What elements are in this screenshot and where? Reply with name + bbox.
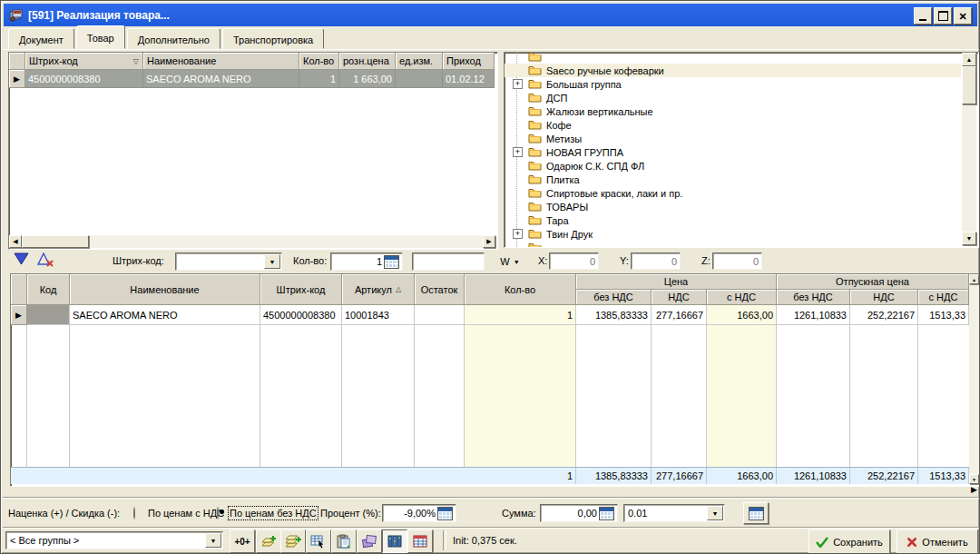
extra-input[interactable] xyxy=(412,252,485,271)
sum-calc-icon[interactable] xyxy=(599,507,614,520)
tab-dopolnitelno[interactable]: Дополнительно xyxy=(127,28,220,49)
maximize-button[interactable] xyxy=(934,7,952,25)
percent-calc-icon[interactable] xyxy=(437,507,453,520)
barcode-combo-dropdown[interactable]: ▼ xyxy=(264,254,280,269)
radio-with-vat[interactable] xyxy=(133,507,135,519)
cards-stack-button[interactable] xyxy=(357,529,382,553)
document-grid-row[interactable]: ▶4500000008380SAECO AROMA NERO11 663,000… xyxy=(9,70,495,88)
groups-filter-dropdown[interactable]: ▼ xyxy=(205,533,221,548)
expand-plus-icon[interactable]: + xyxy=(513,79,523,89)
tree-item[interactable]: Спиртовые краски, лаки и пр. xyxy=(505,186,961,200)
radio-with-vat-label[interactable]: По ценам с НДС xyxy=(148,508,224,519)
scroll-left-button[interactable]: ◀ xyxy=(9,235,22,248)
hscroll-thumb[interactable] xyxy=(22,235,89,248)
top-grid-header-3[interactable]: Кол-во xyxy=(299,53,339,70)
columns-button[interactable] xyxy=(382,529,407,553)
rounding-combo-dropdown[interactable]: ▼ xyxy=(707,506,723,520)
top-grid-cell[interactable]: 1 663,00 xyxy=(339,70,396,88)
w-dropdown-button[interactable]: W ▼ xyxy=(496,253,524,270)
tab-document[interactable]: Документ xyxy=(8,28,74,49)
clear-filter-icon[interactable] xyxy=(37,252,55,269)
cancel-button[interactable]: Отменить xyxy=(897,529,978,554)
main-grid-vscrollbar[interactable] xyxy=(969,274,979,484)
main-grid-cell[interactable]: 10001843 xyxy=(342,305,415,325)
tab-transportirovka[interactable]: Транспортировка xyxy=(222,28,324,49)
add-card-button[interactable] xyxy=(256,529,281,553)
tree-item[interactable]: ТОВАРЫ xyxy=(505,200,961,213)
qty-calc-icon[interactable] xyxy=(384,255,399,269)
tree-item[interactable]: Одарюк С.К. СПД ФЛ xyxy=(505,159,961,173)
tree-item[interactable]: Плитка xyxy=(505,173,961,186)
main-grid-cell[interactable]: 4500000008380 xyxy=(260,305,342,325)
grid-next-icon[interactable]: ▶ xyxy=(971,485,977,494)
separator-line xyxy=(3,497,979,499)
expand-plus-icon[interactable]: + xyxy=(513,147,523,157)
tab-bar: Документ Товар Дополнительно Транспортир… xyxy=(8,29,324,49)
folder-icon xyxy=(528,133,542,143)
tab-tovar[interactable]: Товар xyxy=(76,25,125,49)
radio-without-vat[interactable] xyxy=(217,507,219,519)
paste-button[interactable] xyxy=(331,529,357,553)
main-grid-cell[interactable]: 1 xyxy=(465,305,576,325)
main-grid-cell[interactable]: 277,16667 xyxy=(652,305,707,325)
top-grid-header-5[interactable]: ед.изм. xyxy=(396,53,443,70)
minimize-button[interactable] xyxy=(914,7,932,25)
add-cards-button[interactable] xyxy=(280,529,306,553)
groups-filter-combo[interactable]: < Все группы > ▼ xyxy=(5,531,223,549)
tree-item[interactable] xyxy=(505,52,961,64)
calculate-button[interactable] xyxy=(743,502,769,524)
radio-without-vat-label[interactable]: По ценам без НДС xyxy=(230,508,317,519)
folder-icon xyxy=(528,173,542,184)
top-grid-cell[interactable]: 01.02.12 xyxy=(443,70,495,88)
main-grid-cell[interactable] xyxy=(27,305,70,325)
tree-item[interactable]: ДСП xyxy=(505,91,961,104)
sum-input[interactable]: 0,00 xyxy=(540,504,618,522)
percent-input[interactable]: -9,00% xyxy=(382,504,456,522)
tree-scroll-down-button[interactable]: ▼ xyxy=(962,232,976,245)
tree-item[interactable]: Метизы xyxy=(505,132,961,145)
rounding-combo[interactable]: 0.01 ▼ xyxy=(623,504,725,522)
top-grid-cell[interactable]: SAECO AROMA NERO xyxy=(143,70,299,88)
main-grid-scroll-down[interactable]: ▼ xyxy=(969,474,979,484)
calc-grid-button[interactable] xyxy=(407,529,433,553)
tree-item[interactable]: Жалюзи вертикальные xyxy=(505,104,961,118)
main-grid-cell[interactable]: SAECO AROMA NERO xyxy=(70,305,260,325)
save-button[interactable]: Сохранить xyxy=(808,529,890,554)
main-grid-cell[interactable]: 1385,83333 xyxy=(576,305,652,325)
top-grid-cell[interactable]: 1 xyxy=(299,70,339,88)
top-grid-header-1[interactable]: Штрих-код▽ xyxy=(25,53,143,70)
main-grid-cell[interactable]: 1261,10833 xyxy=(777,305,850,325)
x-input[interactable]: 0 xyxy=(549,252,599,270)
grid-select-button[interactable] xyxy=(306,529,331,553)
top-grid-header-4[interactable]: розн.цена xyxy=(339,53,396,70)
scroll-right-button[interactable]: ▶ xyxy=(483,235,495,248)
main-grid-scroll-up[interactable]: ▲ xyxy=(969,274,979,284)
main-grid-cell[interactable]: 1663,00 xyxy=(707,305,777,325)
top-grid-header-2[interactable]: Наименование xyxy=(143,53,299,70)
y-input[interactable]: 0 xyxy=(631,252,681,270)
top-grid-cell[interactable] xyxy=(396,70,443,88)
main-grid-cell[interactable]: 1513,33 xyxy=(918,305,969,325)
top-grid-header-6[interactable]: Приход xyxy=(443,53,495,70)
tree-item[interactable]: Saeco ручные кофеварки xyxy=(505,64,961,77)
tree-scroll-up-button[interactable]: ▲ xyxy=(962,53,976,66)
filter-icon[interactable] xyxy=(14,252,29,268)
tree-item[interactable]: Кофе xyxy=(505,118,961,132)
tree-vscroll-thumb[interactable] xyxy=(962,66,976,104)
save-check-icon xyxy=(816,537,828,548)
tree-item[interactable]: +Большая группа xyxy=(505,77,961,91)
plus-zero-button[interactable]: +0+ xyxy=(230,529,255,553)
z-input[interactable]: 0 xyxy=(712,252,762,270)
tree-item[interactable]: +Твин Друк xyxy=(505,227,961,241)
tree-item[interactable]: +НОВАЯ ГРУППА xyxy=(505,145,961,159)
tree-item[interactable]: Тара xyxy=(505,213,961,227)
main-grid-cell[interactable] xyxy=(415,305,465,325)
top-grid-cell[interactable]: 4500000008380 xyxy=(25,70,143,88)
close-button[interactable]: ✕ xyxy=(954,7,972,25)
barcode-combo[interactable]: ▼ xyxy=(175,252,282,271)
main-grid-cell[interactable]: 252,22167 xyxy=(850,305,918,325)
tree-item[interactable] xyxy=(505,241,961,248)
expand-plus-icon[interactable]: + xyxy=(513,229,523,239)
tree-item-label: Твин Друк xyxy=(546,229,593,240)
qty-input[interactable]: 1 xyxy=(330,252,403,271)
